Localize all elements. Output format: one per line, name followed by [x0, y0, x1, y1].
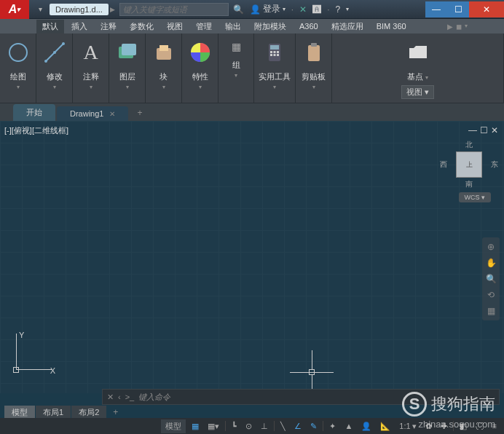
group-icon: ▦: [223, 39, 249, 54]
exchange-icon[interactable]: ✕: [299, 4, 307, 15]
status-osnap-icon[interactable]: ╲: [277, 422, 288, 431]
tab-parametric[interactable]: 参数化: [124, 20, 160, 33]
filetab-drawing1[interactable]: Drawing1 ✕: [57, 106, 128, 121]
tab-manage[interactable]: 管理: [190, 20, 218, 33]
nav-orbit-icon[interactable]: ⟲: [487, 290, 495, 300]
nav-wheel-icon[interactable]: ⊕: [487, 242, 495, 252]
filetab-label: Drawing1: [70, 109, 103, 118]
login-button[interactable]: 👤 登录 ▾: [250, 3, 286, 15]
close-button[interactable]: ✕: [469, 1, 504, 17]
layout-tab-model[interactable]: 模型: [4, 406, 35, 419]
status-snap-icon[interactable]: ▦▾: [205, 422, 222, 431]
panel-layers[interactable]: 图层 ▾: [109, 33, 146, 103]
status-transparency-icon[interactable]: ✦: [326, 422, 339, 431]
folder-icon: [405, 39, 431, 66]
help-arrow-icon[interactable]: ▾: [346, 6, 349, 12]
vp-maximize-icon[interactable]: ☐: [480, 125, 488, 135]
command-line[interactable]: ✕ ‹ >_ 键入命令: [102, 389, 500, 405]
tab-a360[interactable]: A360: [294, 20, 324, 32]
status-grid-icon[interactable]: ▦: [189, 422, 202, 431]
nav-zoom-icon[interactable]: 🔍: [486, 274, 497, 284]
tab-addins[interactable]: 附加模块: [248, 20, 292, 33]
panel-basepoint[interactable]: 基点 ▾ 视图 ▾: [332, 33, 504, 103]
doc-title-arrow-icon[interactable]: ▶: [110, 6, 115, 13]
viewcube-south[interactable]: 南: [465, 179, 473, 189]
window-controls: — ☐ ✕: [425, 1, 504, 17]
status-scale[interactable]: 1:1 ▾: [396, 422, 419, 431]
sep: ·: [291, 4, 294, 15]
panel-properties[interactable]: 特性 ▾: [182, 33, 218, 103]
cmd-input[interactable]: 键入命令: [138, 392, 495, 403]
status-lineweight-icon[interactable]: ✎: [307, 422, 320, 431]
drawing-canvas[interactable]: [-][俯视][二维线框] — ☐ ✕ Y X 上 北 南 东 西 WCS ▾ …: [0, 121, 504, 393]
tab-output[interactable]: 输出: [219, 20, 247, 33]
calculator-icon: [261, 39, 288, 66]
document-title[interactable]: Drawing1.d...: [50, 4, 109, 15]
status-polar-icon[interactable]: ⊙: [243, 422, 255, 431]
tab-default[interactable]: 默认: [36, 20, 64, 33]
cmd-chevron-icon[interactable]: ‹: [118, 392, 121, 401]
svg-rect-15: [270, 54, 272, 56]
nav-showmotion-icon[interactable]: ▦: [487, 306, 495, 316]
app-menu-button[interactable]: A▾: [0, 0, 29, 19]
vp-minimize-icon[interactable]: —: [468, 125, 477, 135]
layout-add-button[interactable]: +: [107, 406, 124, 419]
panel-label: 图层: [119, 71, 135, 82]
tab-scroll-icon[interactable]: ▶: [447, 23, 453, 31]
viewcube-west[interactable]: 西: [440, 159, 447, 170]
layout-tab-2[interactable]: 布局2: [71, 406, 106, 419]
filetab-add-button[interactable]: +: [130, 105, 149, 121]
user-icon: 👤: [250, 4, 261, 15]
status-workspace-icon[interactable]: ◧: [457, 422, 470, 431]
ucs-icon[interactable]: Y X: [9, 334, 52, 377]
panel-draw[interactable]: 绘图 ▾: [0, 33, 36, 103]
panel-utilities[interactable]: 实用工具 ▾: [254, 33, 296, 103]
nav-pan-icon[interactable]: ✋: [486, 258, 497, 268]
viewcube-east[interactable]: 东: [491, 159, 498, 170]
panel-modify[interactable]: 修改 ▾: [36, 33, 73, 103]
a-icon[interactable]: 🅰: [312, 4, 321, 15]
status-ortho-icon[interactable]: ┗: [229, 422, 240, 431]
cmd-close-icon[interactable]: ✕: [107, 392, 114, 402]
status-model-button[interactable]: 模型: [161, 419, 186, 433]
qat-dropdown-icon[interactable]: ▾: [34, 3, 47, 16]
status-clean-icon[interactable]: ⛶: [473, 422, 487, 430]
viewport-label[interactable]: [-][俯视][二维线框]: [4, 125, 68, 136]
minimize-button[interactable]: —: [425, 1, 447, 17]
ucs-x-label: X: [50, 366, 55, 375]
status-gear-icon[interactable]: ✿: [422, 422, 435, 431]
tab-bim360[interactable]: BIM 360: [371, 20, 412, 32]
search-input[interactable]: [119, 3, 229, 16]
tab-view[interactable]: 视图: [161, 20, 189, 33]
status-iso-icon[interactable]: ⊥: [258, 422, 271, 431]
viewcube-north[interactable]: 北: [465, 140, 473, 150]
layout-tab-1[interactable]: 布局1: [36, 406, 71, 419]
tab-minimize-arrow-icon[interactable]: ▾: [465, 23, 468, 31]
panel-annotate[interactable]: A 注释 ▾: [73, 33, 109, 103]
filetab-close-icon[interactable]: ✕: [109, 110, 115, 118]
viewcube[interactable]: 上 北 南 东 西: [447, 143, 491, 186]
status-add-icon[interactable]: ✚: [438, 422, 450, 431]
tab-insert[interactable]: 插入: [66, 20, 93, 33]
panel-group[interactable]: ▦ 组 ▾: [218, 33, 254, 103]
status-cycle-icon[interactable]: ▲: [342, 422, 355, 430]
viewcube-face[interactable]: 上: [456, 151, 482, 178]
help-icon[interactable]: ?: [336, 4, 341, 15]
filetab-start[interactable]: 开始: [13, 104, 55, 121]
tab-minimize-icon[interactable]: ◼: [456, 23, 462, 31]
panel-clipboard[interactable]: 剪贴板 ▾: [296, 33, 332, 103]
status-customize-icon[interactable]: ≡: [489, 422, 500, 430]
binoculars-icon[interactable]: 🔍: [233, 4, 244, 15]
panel-block[interactable]: 块 ▾: [146, 33, 182, 103]
vp-close-icon[interactable]: ✕: [491, 125, 498, 135]
panel-arrow-icon: ▾: [17, 84, 20, 90]
tab-featured[interactable]: 精选应用: [326, 20, 369, 33]
wcs-badge[interactable]: WCS ▾: [459, 192, 492, 202]
filetab-label: 开始: [26, 107, 42, 118]
status-annoscale-icon[interactable]: 📐: [377, 422, 393, 431]
status-anno-icon[interactable]: 👤: [358, 422, 374, 431]
tab-annotate[interactable]: 注释: [95, 20, 122, 33]
view-sub-panel[interactable]: 视图 ▾: [401, 85, 434, 99]
status-otrack-icon[interactable]: ∠: [291, 422, 304, 431]
maximize-button[interactable]: ☐: [447, 1, 469, 17]
